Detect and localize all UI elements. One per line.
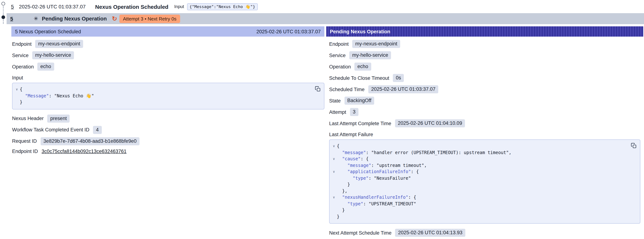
scheduled-event-panel-header[interactable]: 5 Nexus Operation Scheduled 2025-02-26 U…	[11, 26, 324, 36]
json-value: {	[416, 169, 419, 175]
json-gutter	[331, 182, 337, 188]
field-label: Endpoint ID	[12, 148, 38, 154]
json-line: ∨{	[331, 143, 629, 150]
input-label: Input	[174, 4, 184, 9]
json-value: }	[342, 207, 345, 214]
json-value: "Nexus Echo 👋"	[54, 93, 94, 99]
timeline-filled-dot-icon	[2, 15, 5, 19]
json-line: }	[331, 182, 629, 188]
json-value: {	[337, 143, 340, 150]
event-summary-row[interactable]: 5 2025-02-26 UTC 01:03:37.07 Nexus Opera…	[0, 0, 644, 13]
json-sep: :	[368, 175, 374, 182]
json-gutter	[331, 201, 337, 207]
field-label: Nexus Header	[12, 116, 44, 121]
json-value: "handler error (UPSTREAM_TIMEOUT): upstr…	[371, 150, 512, 156]
pending-operation-panel-header[interactable]: Pending Nexus Operation	[326, 26, 643, 36]
event-id-link[interactable]: 5	[11, 4, 14, 10]
json-line: ∨ "applicationFailureInfo": {	[331, 169, 629, 175]
json-key: "nexusHandlerFailureInfo"	[342, 194, 408, 201]
json-line: }	[331, 207, 629, 214]
field-value-badge: echo	[38, 62, 54, 71]
pending-operation-row[interactable]: 5 ✳ Pending Nexus Operation ↻ Attempt 3 …	[6, 13, 644, 24]
chevron-down-icon[interactable]: ∨	[331, 194, 337, 201]
field-row-operation: Operation echo	[329, 62, 640, 71]
json-sep: :	[411, 169, 416, 175]
json-sep: :	[363, 201, 369, 207]
retry-badge: Attempt 3 • Next Retry 0s	[119, 14, 180, 23]
input-json-viewer: ∨{ "Message": "Nexus Echo 👋" }	[12, 83, 324, 109]
field-value-badge: 2025-02-26 UTC 01:03:37.07	[368, 85, 438, 93]
json-line: "type": "NexusFailure"	[331, 175, 629, 182]
json-key: "Message"	[25, 93, 49, 99]
field-row-service: Service my-hello-service	[329, 51, 640, 59]
field-row-endpoint: Endpoint my-nexus-endpoint	[329, 40, 640, 48]
field-row-scheduled-time: Scheduled Time 2025-02-26 UTC 01:03:37.0…	[329, 85, 640, 93]
field-row-endpoint: Endpoint my-nexus-endpoint	[12, 40, 324, 48]
json-value: "upstream timeout",	[376, 162, 427, 169]
json-value: "UPSTREAM_TIMEOUT"	[368, 201, 416, 207]
endpoint-id-link[interactable]: 3c0c75ccfa8144b092c13ce632463761	[42, 148, 126, 154]
json-key: "applicationFailureInfo"	[348, 169, 411, 175]
field-value-badge: my-nexus-endpoint	[35, 40, 83, 48]
json-sep: :	[408, 194, 414, 201]
json-value: {	[20, 86, 22, 93]
field-value-badge: 4	[93, 126, 102, 134]
chevron-down-icon[interactable]: ∨	[331, 169, 337, 175]
field-label: Operation	[329, 64, 351, 69]
json-gutter	[331, 214, 337, 220]
json-line: "Message": "Nexus Echo 👋"	[14, 93, 313, 99]
json-gutter	[14, 93, 20, 99]
pending-asterisk-icon: ✳	[34, 15, 38, 22]
timeline-dotted-line	[3, 20, 4, 24]
field-label: Operation	[12, 64, 34, 69]
field-value-badge: present	[48, 114, 70, 122]
event-title: Nexus Operation Scheduled	[95, 4, 168, 10]
json-sep: :	[49, 93, 54, 99]
timeline-dotted-line	[3, 6, 4, 15]
json-gutter	[331, 207, 337, 214]
field-row-service: Service my-hello-service	[12, 51, 324, 59]
pending-operation-panel: Pending Nexus Operation Endpoint my-nexu…	[326, 26, 643, 239]
json-key: "cause"	[342, 156, 361, 162]
field-value-badge: 2025-02-26 UTC 01:04:10.09	[395, 119, 465, 127]
json-indent	[337, 188, 342, 194]
field-value-badge: 3e829b7e-7d67-4b08-aad3-b1e868bfe9e0	[40, 137, 140, 145]
json-value: },	[342, 188, 348, 194]
json-gutter	[331, 150, 337, 156]
field-value-badge: my-hello-service	[32, 51, 74, 59]
state-badge: BackingOff	[344, 96, 374, 105]
copy-icon[interactable]	[631, 143, 637, 148]
field-label: Service	[12, 52, 28, 58]
field-value-badge: my-nexus-endpoint	[352, 40, 400, 48]
json-gutter	[331, 162, 337, 169]
field-row-operation: Operation echo	[12, 62, 324, 71]
field-value-badge: 2025-02-26 UTC 01:04:13.93	[395, 229, 465, 237]
field-label: Schedule To Close Timeout	[329, 75, 389, 81]
field-row-state: State BackingOff	[329, 96, 640, 105]
json-line: "type": "UPSTREAM_TIMEOUT"	[331, 201, 629, 207]
field-label: Endpoint	[329, 41, 349, 47]
scheduled-event-panel-body: Endpoint my-nexus-endpoint Service my-he…	[11, 40, 324, 154]
json-indent	[20, 93, 25, 99]
json-line: "message": "handler error (UPSTREAM_TIME…	[331, 150, 629, 156]
json-value: {	[366, 156, 368, 162]
chevron-down-icon[interactable]: ∨	[331, 156, 337, 162]
json-sep: :	[361, 156, 366, 162]
json-line: ∨ "nexusHandlerFailureInfo": {	[331, 194, 629, 201]
json-indent	[337, 156, 342, 162]
field-label: Service	[329, 52, 346, 58]
timeline-rail	[0, 0, 7, 26]
json-value: }	[20, 99, 22, 106]
json-gutter	[331, 175, 337, 182]
json-indent	[337, 207, 342, 214]
chevron-down-icon[interactable]: ∨	[14, 86, 20, 93]
copy-icon[interactable]	[315, 86, 321, 92]
chevron-down-icon[interactable]: ∨	[331, 143, 337, 150]
pending-event-id-link[interactable]: 5	[10, 16, 13, 22]
event-timestamp: 2025-02-26 UTC 01:03:37.07	[19, 4, 86, 10]
input-payload-chip[interactable]: {"Message":"Nexus Echo 👋"}	[187, 3, 258, 10]
field-label: Last Attempt Complete Time	[329, 120, 391, 126]
field-label: Workflow Task Completed Event ID	[12, 127, 89, 132]
failure-json-viewer: ∨{ "message": "handler error (UPSTREAM_T…	[329, 140, 640, 224]
pending-operation-panel-body: Endpoint my-nexus-endpoint Service my-he…	[326, 40, 643, 237]
